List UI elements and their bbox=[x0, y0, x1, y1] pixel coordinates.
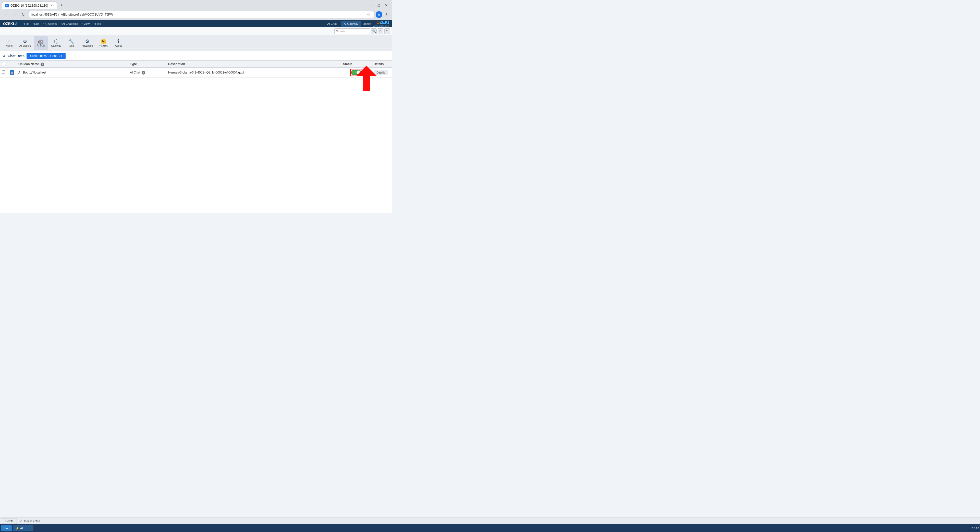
gateway-icon: ⬡ bbox=[54, 39, 59, 44]
url-bar[interactable]: localhost:9515/AI/?a=AIBots&ncrefreshMOC… bbox=[28, 11, 375, 18]
row-details-cell: Details bbox=[372, 68, 392, 78]
row-checkbox-cell bbox=[0, 68, 8, 78]
menu-ai-chat-bots[interactable]: •AI Chat Bots bbox=[59, 22, 80, 25]
advanced-icon: ⚙ bbox=[85, 39, 89, 44]
content-area: On Icon Name i Type Description Status D… bbox=[0, 61, 392, 213]
toolbar-home-label: Home bbox=[6, 45, 13, 47]
ai-models-icon: ⚙ bbox=[23, 39, 27, 44]
admin-label: admin bbox=[363, 22, 371, 25]
secondary-navbar: 🔍 ↺ ? bbox=[0, 27, 392, 35]
ozeki-logo-url: www.ozeki.com bbox=[373, 25, 389, 27]
toolbar: ⌂ Home ⚙ AI Models 🤖 AI Bots ⬡ Gateway 🔧… bbox=[0, 35, 392, 51]
toolbar-ai-bots-label: AI Bots bbox=[37, 44, 45, 47]
browser-right-icons: A ⋮ bbox=[375, 11, 390, 18]
row-status-cell bbox=[341, 68, 372, 78]
window-controls: — □ ✕ bbox=[368, 2, 390, 9]
search-input[interactable] bbox=[334, 28, 370, 34]
close-window-button[interactable]: ✕ bbox=[383, 2, 390, 9]
tab-ai-chat[interactable]: AI Chat bbox=[324, 21, 340, 27]
url-text: localhost:9515/AI/?a=AIBots&ncrefreshMOC… bbox=[32, 13, 113, 16]
name-info-icon[interactable]: i bbox=[41, 62, 44, 66]
row-name-cell: AI_Bot_1@localhost bbox=[16, 68, 128, 78]
tab-title: OZEKI 10 (192.168.93.110) bbox=[11, 4, 48, 7]
toolbar-home[interactable]: ⌂ Home bbox=[2, 36, 16, 50]
status-toggle-container bbox=[343, 69, 369, 76]
app-logo: OZEKI AI bbox=[3, 22, 19, 26]
table-row: 🤖 AI_Bot_1@localhost AI Chat i Hermes-3-… bbox=[0, 68, 392, 78]
tab-bar: O OZEKI 10 (192.168.93.110) ✕ + — □ ✕ bbox=[0, 0, 392, 9]
table-header-row: On Icon Name i Type Description Status D… bbox=[0, 61, 392, 68]
navbar-search-area: 🔍 ↺ ? bbox=[334, 28, 390, 34]
menu-edit[interactable]: •Edit bbox=[30, 22, 41, 25]
bot-type: AI Chat bbox=[130, 71, 140, 74]
toolbar-hugging[interactable]: 🤗 Hugging bbox=[96, 36, 110, 50]
row-checkbox[interactable] bbox=[2, 70, 5, 74]
tools-icon: 🔧 bbox=[68, 39, 75, 44]
row-description-cell: Hermes-3-Llama-3.1-405B-IQ2_M-00001-of-0… bbox=[166, 68, 341, 78]
app-container: OZEKI AI •File •Edit •AI Agents •AI Chat… bbox=[0, 20, 392, 213]
th-status: Status bbox=[341, 61, 372, 68]
help-icon-btn[interactable]: ? bbox=[384, 28, 390, 34]
toolbar-hugging-label: Hugging bbox=[99, 44, 108, 47]
minimize-button[interactable]: — bbox=[368, 2, 375, 9]
new-tab-button[interactable]: + bbox=[58, 2, 65, 9]
th-icon bbox=[8, 61, 16, 68]
browser-tab[interactable]: O OZEKI 10 (192.168.93.110) ✕ bbox=[2, 2, 57, 9]
th-name: On Icon Name i bbox=[16, 61, 128, 68]
refresh-button[interactable]: ↻ bbox=[19, 11, 27, 18]
row-type-cell: AI Chat i bbox=[128, 68, 166, 78]
row-icon-cell: 🤖 bbox=[8, 68, 16, 78]
maximize-button[interactable]: □ bbox=[375, 2, 382, 9]
ai-bots-icon: 🤖 bbox=[38, 39, 44, 44]
menu-file[interactable]: •File bbox=[21, 22, 31, 25]
logo-ozeki: OZEKI bbox=[3, 22, 14, 26]
toolbar-advanced[interactable]: ⚙ Advanced bbox=[79, 36, 95, 50]
hugging-icon: 🤗 bbox=[100, 39, 106, 44]
content-header: AI Chat Bots Create new AI Chat Bot bbox=[0, 51, 392, 61]
tab-favicon: O bbox=[5, 4, 9, 7]
tab-close-btn[interactable]: ✕ bbox=[49, 3, 54, 8]
menu-view[interactable]: •View bbox=[80, 22, 92, 25]
page-title: AI Chat Bots bbox=[3, 54, 24, 58]
bot-name: AI_Bot_1@localhost bbox=[18, 71, 46, 74]
browser-settings-button[interactable]: ⋮ bbox=[383, 11, 390, 18]
browser-chrome: O OZEKI 10 (192.168.93.110) ✕ + — □ ✕ ← … bbox=[0, 0, 392, 20]
toolbar-gateway[interactable]: ⬡ Gateway bbox=[48, 36, 64, 50]
toolbar-advanced-label: Advanced bbox=[82, 45, 93, 47]
search-button[interactable]: 🔍 bbox=[371, 28, 377, 34]
back-button[interactable]: ← bbox=[2, 11, 10, 18]
app-topbar-left: OZEKI AI •File •Edit •AI Agents •AI Chat… bbox=[3, 22, 103, 26]
toolbar-tools-label: Tools bbox=[68, 45, 74, 47]
topbar-menu: •File •Edit •AI Agents •AI Chat Bots •Vi… bbox=[21, 22, 103, 25]
top-tab-group: AI Chat AI Gateway bbox=[324, 21, 361, 27]
star-icon[interactable]: ☆ bbox=[366, 12, 371, 18]
home-icon: ⌂ bbox=[8, 39, 11, 44]
toolbar-ai-bots[interactable]: 🤖 AI Bots bbox=[34, 36, 48, 50]
menu-ai-agents[interactable]: •AI Agents bbox=[41, 22, 59, 25]
ozeki-logo-block: OZEKI www.ozeki.com bbox=[373, 20, 389, 27]
toolbar-ai-models[interactable]: ⚙ AI Models bbox=[17, 36, 33, 50]
status-toggle[interactable] bbox=[351, 70, 361, 75]
th-description: Description bbox=[166, 61, 341, 68]
profile-button[interactable]: A bbox=[375, 11, 382, 18]
th-type: Type bbox=[128, 61, 166, 68]
app-topbar: OZEKI AI •File •Edit •AI Agents •AI Chat… bbox=[0, 20, 392, 27]
main-area: AI Chat Bots Create new AI Chat Bot On I… bbox=[0, 51, 392, 213]
toolbar-about-label: About bbox=[115, 45, 122, 47]
toolbar-ai-models-label: AI Models bbox=[19, 45, 30, 47]
refresh-icon-btn[interactable]: ↺ bbox=[378, 28, 383, 34]
bot-icon: 🤖 bbox=[10, 70, 14, 75]
tab-ai-gateway[interactable]: AI Gateway bbox=[341, 21, 361, 27]
about-icon: ℹ bbox=[118, 39, 119, 44]
type-info-icon[interactable]: i bbox=[142, 71, 145, 75]
forward-button[interactable]: → bbox=[11, 11, 18, 18]
th-details: Details bbox=[372, 61, 392, 68]
th-checkbox bbox=[0, 61, 8, 68]
address-bar: ← → ↻ localhost:9515/AI/?a=AIBots&ncrefr… bbox=[0, 9, 392, 20]
create-chat-bot-button[interactable]: Create new AI Chat Bot bbox=[27, 53, 65, 59]
toolbar-tools[interactable]: 🔧 Tools bbox=[64, 36, 79, 50]
select-all-checkbox[interactable] bbox=[2, 62, 5, 65]
toolbar-about[interactable]: ℹ About bbox=[111, 36, 126, 50]
details-button[interactable]: Details bbox=[374, 70, 388, 75]
menu-help[interactable]: •Help bbox=[92, 22, 103, 25]
